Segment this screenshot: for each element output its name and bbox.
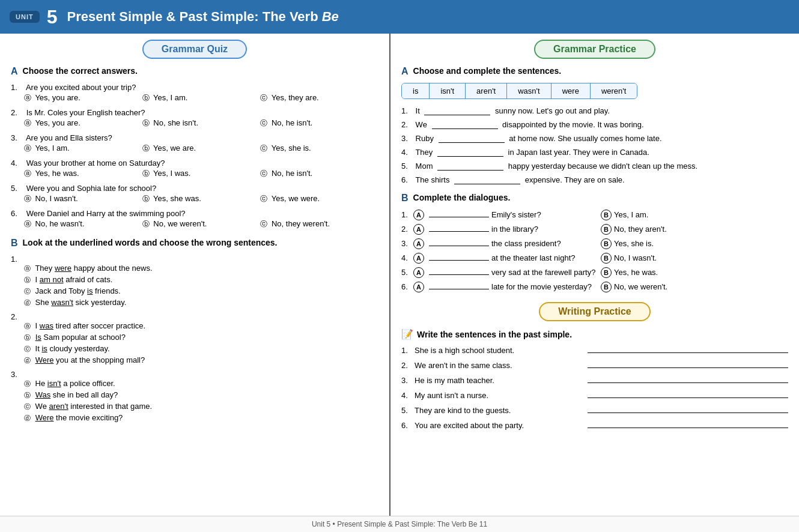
question-4: 4. Was your brother at home on Saturday?…: [11, 159, 378, 179]
dialogue-5: 5. A very sad at the farewell party? B Y…: [401, 267, 788, 278]
answer-2a[interactable]: ⓐ Yes, you are.: [24, 118, 142, 128]
b1-d: ⓓ She wasn't sick yesterday.: [11, 298, 378, 307]
answer-1b[interactable]: ⓑ Yes, I am.: [142, 93, 261, 103]
section-b-label: B: [11, 238, 18, 249]
b1-b: ⓑ I am not afraid of cats.: [11, 275, 378, 285]
grammar-quiz-label: Grammar Quiz: [142, 40, 247, 59]
grammar-b-label: B: [401, 193, 409, 204]
grammar-a-heading-text: Choose and complete the sentences.: [413, 66, 562, 76]
question-6: 6. Were Daniel and Harry at the swimming…: [11, 209, 378, 229]
writing-line-4[interactable]: [588, 397, 788, 398]
footer: Unit 5 • Present Simple & Past Simple: T…: [0, 516, 799, 532]
grammar-practice-banner: Grammar Practice: [401, 40, 788, 59]
writing-line-5[interactable]: [588, 413, 788, 413]
writing-instruction: Write the sentences in the past simple.: [417, 330, 572, 339]
b3-a: ⓐ He isn't a police officer.: [11, 379, 378, 388]
b3-d: ⓓ Were the movie exciting?: [11, 413, 378, 423]
grammar-practice-label: Grammar Practice: [534, 40, 655, 59]
b-question-2: 2. ⓐ I was tired after soccer practice. …: [11, 312, 378, 365]
b1-c: ⓒ Jack and Toby is friends.: [11, 286, 378, 296]
dialogue-1: 1. A Emily's sister? B Yes, I am.: [401, 210, 788, 220]
blank-3[interactable]: [439, 142, 505, 143]
answer-3c[interactable]: ⓒ Yes, she is.: [260, 144, 378, 154]
circle-b-6-icon: B: [601, 282, 612, 292]
writing-line-2[interactable]: [588, 367, 788, 368]
writing-line-6[interactable]: [588, 428, 788, 428]
right-column: Grammar Practice A Choose and complete t…: [390, 34, 799, 516]
main-container: Grammar Quiz A Choose the correct answer…: [0, 34, 799, 516]
answer-6a[interactable]: ⓐ No, he wasn't.: [24, 219, 142, 229]
circle-a-5-icon: A: [413, 267, 424, 278]
grammar-b-heading: B Complete the dialogues.: [401, 193, 788, 204]
dialogue-4: 4. A at the theater last night? B No, I …: [401, 253, 788, 264]
dialogue-blank-2[interactable]: [429, 231, 489, 232]
section-b-heading: B Look at the underlined words and choos…: [11, 238, 378, 249]
circle-b-5-icon: B: [601, 267, 612, 278]
section-a-questions: 1. Are you excited about your trip? ⓐ Ye…: [11, 83, 378, 229]
grammar-section-a: A Choose and complete the sentences. is …: [401, 66, 788, 184]
answer-1a[interactable]: ⓐ Yes, you are.: [24, 93, 142, 103]
grammar-b-heading-text: Complete the dialogues.: [413, 193, 511, 202]
writing-1: 1. She is a high school student.: [401, 346, 788, 355]
section-b-heading-text: Look at the underlined words and choose …: [23, 238, 278, 247]
answer-3b[interactable]: ⓑ Yes, we are.: [142, 144, 261, 154]
circle-b-2-icon: B: [601, 224, 612, 235]
b3-b: ⓑ Was she in bed all day?: [11, 390, 378, 400]
writing-2: 2. We aren't in the same class.: [401, 361, 788, 370]
unit-number: 5: [47, 6, 58, 28]
word-bank-arent: aren't: [466, 83, 507, 98]
b3-c: ⓒ We aren't interested in that game.: [11, 402, 378, 411]
writing-list: 1. She is a high school student. 2. We a…: [401, 346, 788, 430]
dialogue-blank-6[interactable]: [429, 289, 489, 289]
writing-practice-label: Writing Practice: [539, 302, 651, 321]
blank-2[interactable]: [432, 128, 498, 129]
circle-a-4-icon: A: [413, 253, 424, 264]
dialogue-blank-4[interactable]: [429, 260, 489, 261]
blank-4[interactable]: [437, 156, 503, 157]
writing-3: 3. He is my math teacher.: [401, 376, 788, 385]
blank-1[interactable]: [424, 115, 490, 115]
word-bank-wasnt: wasn't: [507, 83, 551, 98]
grammar-a-heading: A Choose and complete the sentences.: [401, 66, 788, 77]
answer-3a[interactable]: ⓐ Yes, I am.: [24, 144, 142, 154]
grammar-section-b: B Complete the dialogues. 1. A Emily's s…: [401, 193, 788, 292]
dialogue-blank-1[interactable]: [429, 217, 489, 217]
answer-2c[interactable]: ⓒ No, he isn't.: [260, 118, 378, 128]
grammar-quiz-banner: Grammar Quiz: [11, 40, 378, 59]
question-3: 3. Are you and Ella sisters? ⓐ Yes, I am…: [11, 133, 378, 154]
answer-2b[interactable]: ⓑ No, she isn't.: [142, 118, 261, 128]
fill-1: 1. It sunny now. Let's go out and play.: [401, 106, 788, 115]
dialogue-blank-3[interactable]: [429, 246, 489, 246]
fill-4: 4. They in Japan last year. They were in…: [401, 148, 788, 157]
answer-4c[interactable]: ⓒ No, he isn't.: [260, 169, 378, 179]
answer-6c[interactable]: ⓒ No, they weren't.: [260, 219, 378, 229]
dialogue-3: 3. A the class president? B Yes, she is.: [401, 238, 788, 249]
circle-a-icon: A: [413, 210, 424, 220]
answer-1c[interactable]: ⓒ Yes, they are.: [260, 93, 378, 103]
word-bank-isnt: isn't: [430, 83, 466, 98]
answer-6b[interactable]: ⓑ No, we weren't.: [142, 219, 261, 229]
header-title: Present Simple & Past Simple: The Verb B…: [67, 9, 338, 25]
writing-section: 📝 Write the sentences in the past simple…: [401, 328, 788, 430]
blank-5[interactable]: [437, 170, 503, 171]
writing-line-3[interactable]: [588, 382, 788, 383]
question-5: 5. Were you and Sophia late for school? …: [11, 184, 378, 204]
answer-4b[interactable]: ⓑ Yes, I was.: [142, 169, 261, 179]
blank-6[interactable]: [454, 184, 520, 184]
grammar-a-label: A: [401, 66, 409, 77]
b2-c: ⓒ It is cloudy yesterday.: [11, 344, 378, 354]
b-question-3: 3. ⓐ He isn't a police officer. ⓑ Was sh…: [11, 370, 378, 423]
dialogue-blank-5[interactable]: [429, 274, 489, 275]
answer-5c[interactable]: ⓒ Yes, we were.: [260, 194, 378, 204]
answer-5b[interactable]: ⓑ Yes, she was.: [142, 194, 261, 204]
writing-line-1[interactable]: [588, 352, 788, 353]
section-a-label: A: [11, 66, 18, 77]
fill-6: 6. The shirts expensive. They are on sal…: [401, 175, 788, 184]
writing-4: 4. My aunt isn't a nurse.: [401, 391, 788, 400]
circle-b-4-icon: B: [601, 253, 612, 264]
word-bank-were: were: [551, 83, 591, 98]
answer-5a[interactable]: ⓐ No, I wasn't.: [24, 194, 142, 204]
fill-3: 3. Ruby at home now. She usually comes h…: [401, 134, 788, 143]
answer-4a[interactable]: ⓐ Yes, he was.: [24, 169, 142, 179]
fill-sentences: 1. It sunny now. Let's go out and play. …: [401, 106, 788, 184]
